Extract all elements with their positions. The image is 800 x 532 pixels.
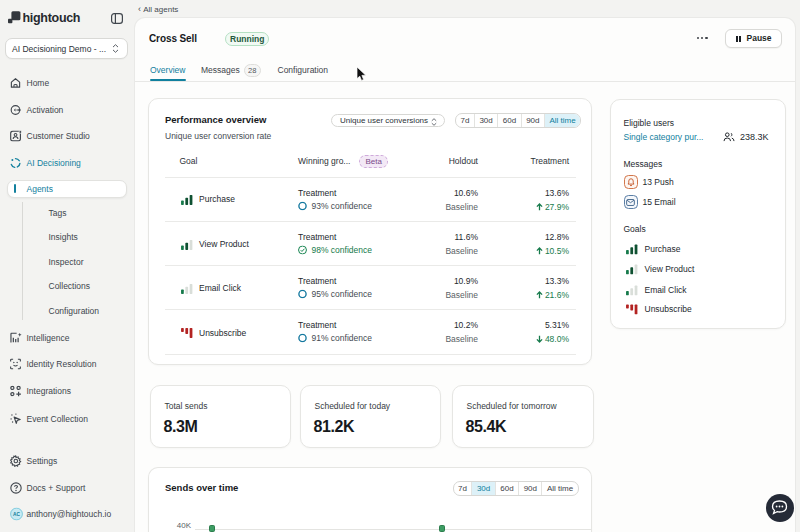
svg-text:AC: AC [13, 512, 20, 517]
